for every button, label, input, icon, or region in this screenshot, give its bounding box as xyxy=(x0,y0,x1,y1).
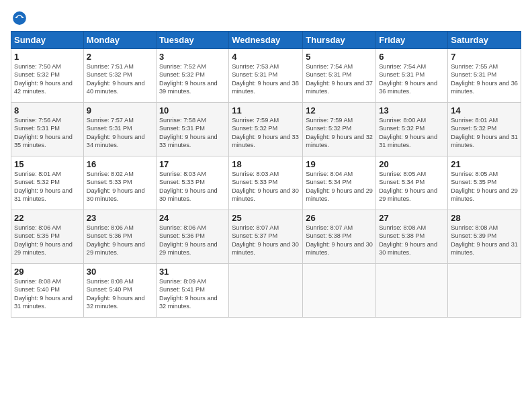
day-number: 28 xyxy=(451,213,518,223)
cell-info: Sunrise: 7:51 AMSunset: 5:32 PMDaylight:… xyxy=(87,62,153,96)
day-number: 3 xyxy=(159,52,226,62)
day-number: 10 xyxy=(159,105,226,116)
cell-info: Sunrise: 8:06 AMSunset: 5:35 PMDaylight:… xyxy=(14,224,81,257)
day-number: 19 xyxy=(306,159,373,169)
day-number: 11 xyxy=(232,105,300,116)
cell-info: Sunrise: 7:58 AMSunset: 5:31 PMDaylight:… xyxy=(159,116,226,150)
day-number: 4 xyxy=(232,52,300,62)
cell-info: Sunrise: 8:06 AMSunset: 5:36 PMDaylight:… xyxy=(87,224,153,257)
cell-info: Sunrise: 8:05 AMSunset: 5:35 PMDaylight:… xyxy=(451,170,518,203)
cell-info: Sunrise: 8:01 AMSunset: 5:32 PMDaylight:… xyxy=(451,116,518,150)
cell-info: Sunrise: 8:04 AMSunset: 5:34 PMDaylight:… xyxy=(306,170,373,203)
cell-info: Sunrise: 7:55 AMSunset: 5:31 PMDaylight:… xyxy=(451,62,518,96)
weekday-header: Sunday xyxy=(11,32,84,49)
calendar-cell: 26Sunrise: 8:07 AMSunset: 5:38 PMDayligh… xyxy=(303,210,376,264)
calendar-cell: 17Sunrise: 8:03 AMSunset: 5:33 PMDayligh… xyxy=(156,156,228,210)
day-number: 26 xyxy=(306,213,373,223)
calendar-cell: 8Sunrise: 7:56 AMSunset: 5:31 PMDaylight… xyxy=(11,103,84,156)
calendar-cell: 22Sunrise: 8:06 AMSunset: 5:35 PMDayligh… xyxy=(11,210,84,264)
calendar-cell xyxy=(448,264,521,318)
day-number: 16 xyxy=(87,159,153,169)
calendar-week: 8Sunrise: 7:56 AMSunset: 5:31 PMDaylight… xyxy=(11,103,521,156)
calendar-week: 1Sunrise: 7:50 AMSunset: 5:32 PMDaylight… xyxy=(11,49,521,103)
cell-info: Sunrise: 8:03 AMSunset: 5:33 PMDaylight:… xyxy=(232,170,300,203)
cell-info: Sunrise: 7:59 AMSunset: 5:32 PMDaylight:… xyxy=(306,116,373,150)
calendar-cell: 15Sunrise: 8:01 AMSunset: 5:32 PMDayligh… xyxy=(11,156,84,210)
calendar-week: 15Sunrise: 8:01 AMSunset: 5:32 PMDayligh… xyxy=(11,156,521,210)
weekday-header: Wednesday xyxy=(229,32,303,49)
calendar-cell: 16Sunrise: 8:02 AMSunset: 5:33 PMDayligh… xyxy=(83,156,156,210)
cell-info: Sunrise: 8:09 AMSunset: 5:41 PMDaylight:… xyxy=(159,277,226,311)
calendar-cell xyxy=(376,264,448,318)
cell-info: Sunrise: 8:08 AMSunset: 5:38 PMDaylight:… xyxy=(379,224,445,257)
calendar-cell: 5Sunrise: 7:54 AMSunset: 5:31 PMDaylight… xyxy=(303,49,376,103)
calendar-cell: 10Sunrise: 7:58 AMSunset: 5:31 PMDayligh… xyxy=(156,103,228,156)
calendar-cell: 4Sunrise: 7:53 AMSunset: 5:31 PMDaylight… xyxy=(229,49,303,103)
calendar-cell: 30Sunrise: 8:08 AMSunset: 5:40 PMDayligh… xyxy=(83,264,156,318)
calendar-week: 29Sunrise: 8:08 AMSunset: 5:40 PMDayligh… xyxy=(11,264,521,318)
cell-info: Sunrise: 8:07 AMSunset: 5:37 PMDaylight:… xyxy=(232,224,300,257)
weekday-header: Saturday xyxy=(448,32,521,49)
weekday-header: Thursday xyxy=(303,32,376,49)
cell-info: Sunrise: 8:05 AMSunset: 5:34 PMDaylight:… xyxy=(379,170,445,203)
svg-point-1 xyxy=(17,16,22,21)
calendar-cell: 2Sunrise: 7:51 AMSunset: 5:32 PMDaylight… xyxy=(83,49,156,103)
weekday-header: Friday xyxy=(376,32,448,49)
day-number: 15 xyxy=(14,159,81,169)
calendar-cell: 9Sunrise: 7:57 AMSunset: 5:31 PMDaylight… xyxy=(83,103,156,156)
weekday-header: Monday xyxy=(83,32,156,49)
calendar-cell: 14Sunrise: 8:01 AMSunset: 5:32 PMDayligh… xyxy=(448,103,521,156)
calendar-cell: 27Sunrise: 8:08 AMSunset: 5:38 PMDayligh… xyxy=(376,210,448,264)
cell-info: Sunrise: 7:56 AMSunset: 5:31 PMDaylight:… xyxy=(14,116,81,150)
day-number: 8 xyxy=(14,105,81,116)
calendar-cell: 1Sunrise: 7:50 AMSunset: 5:32 PMDaylight… xyxy=(11,49,84,103)
day-number: 2 xyxy=(87,52,153,62)
cell-info: Sunrise: 7:50 AMSunset: 5:32 PMDaylight:… xyxy=(14,62,81,96)
logo-icon xyxy=(12,11,27,26)
cell-info: Sunrise: 7:54 AMSunset: 5:31 PMDaylight:… xyxy=(306,62,373,96)
day-number: 31 xyxy=(159,267,226,277)
calendar-cell: 6Sunrise: 7:54 AMSunset: 5:31 PMDaylight… xyxy=(376,49,448,103)
day-number: 18 xyxy=(232,159,300,169)
day-number: 21 xyxy=(451,159,518,169)
cell-info: Sunrise: 8:01 AMSunset: 5:32 PMDaylight:… xyxy=(14,170,81,203)
day-number: 12 xyxy=(306,105,373,116)
calendar-cell: 11Sunrise: 7:59 AMSunset: 5:32 PMDayligh… xyxy=(229,103,303,156)
calendar-cell: 7Sunrise: 7:55 AMSunset: 5:31 PMDaylight… xyxy=(448,49,521,103)
calendar-cell: 28Sunrise: 8:08 AMSunset: 5:39 PMDayligh… xyxy=(448,210,521,264)
calendar-cell: 29Sunrise: 8:08 AMSunset: 5:40 PMDayligh… xyxy=(11,264,84,318)
cell-info: Sunrise: 7:59 AMSunset: 5:32 PMDaylight:… xyxy=(232,116,300,150)
calendar-cell: 31Sunrise: 8:09 AMSunset: 5:41 PMDayligh… xyxy=(156,264,228,318)
weekday-header: Tuesday xyxy=(156,32,228,49)
calendar-cell: 3Sunrise: 7:52 AMSunset: 5:32 PMDaylight… xyxy=(156,49,228,103)
calendar-container: SundayMondayTuesdayWednesdayThursdayFrid… xyxy=(0,0,532,323)
cell-info: Sunrise: 8:00 AMSunset: 5:32 PMDaylight:… xyxy=(379,116,445,150)
day-number: 7 xyxy=(451,52,518,62)
cell-info: Sunrise: 7:54 AMSunset: 5:31 PMDaylight:… xyxy=(379,62,445,96)
day-number: 17 xyxy=(159,159,226,169)
calendar-header: SundayMondayTuesdayWednesdayThursdayFrid… xyxy=(11,32,521,49)
calendar-week: 22Sunrise: 8:06 AMSunset: 5:35 PMDayligh… xyxy=(11,210,521,264)
cell-info: Sunrise: 8:07 AMSunset: 5:38 PMDaylight:… xyxy=(306,224,373,257)
calendar-cell: 13Sunrise: 8:00 AMSunset: 5:32 PMDayligh… xyxy=(376,103,448,156)
cell-info: Sunrise: 7:57 AMSunset: 5:31 PMDaylight:… xyxy=(87,116,153,150)
calendar-cell: 20Sunrise: 8:05 AMSunset: 5:34 PMDayligh… xyxy=(376,156,448,210)
calendar-cell xyxy=(303,264,376,318)
calendar-cell: 12Sunrise: 7:59 AMSunset: 5:32 PMDayligh… xyxy=(303,103,376,156)
day-number: 13 xyxy=(379,105,445,116)
calendar-cell: 18Sunrise: 8:03 AMSunset: 5:33 PMDayligh… xyxy=(229,156,303,210)
cell-info: Sunrise: 8:02 AMSunset: 5:33 PMDaylight:… xyxy=(87,170,153,203)
cell-info: Sunrise: 8:06 AMSunset: 5:36 PMDaylight:… xyxy=(159,224,226,257)
day-number: 20 xyxy=(379,159,445,169)
cell-info: Sunrise: 8:03 AMSunset: 5:33 PMDaylight:… xyxy=(159,170,226,203)
day-number: 1 xyxy=(14,52,81,62)
cell-info: Sunrise: 8:08 AMSunset: 5:39 PMDaylight:… xyxy=(451,224,518,257)
calendar-cell: 25Sunrise: 8:07 AMSunset: 5:37 PMDayligh… xyxy=(229,210,303,264)
day-number: 27 xyxy=(379,213,445,223)
day-number: 24 xyxy=(159,213,226,223)
calendar-cell: 19Sunrise: 8:04 AMSunset: 5:34 PMDayligh… xyxy=(303,156,376,210)
day-number: 5 xyxy=(306,52,373,62)
cell-info: Sunrise: 8:08 AMSunset: 5:40 PMDaylight:… xyxy=(87,277,153,311)
day-number: 29 xyxy=(14,267,81,277)
day-number: 6 xyxy=(379,52,445,62)
